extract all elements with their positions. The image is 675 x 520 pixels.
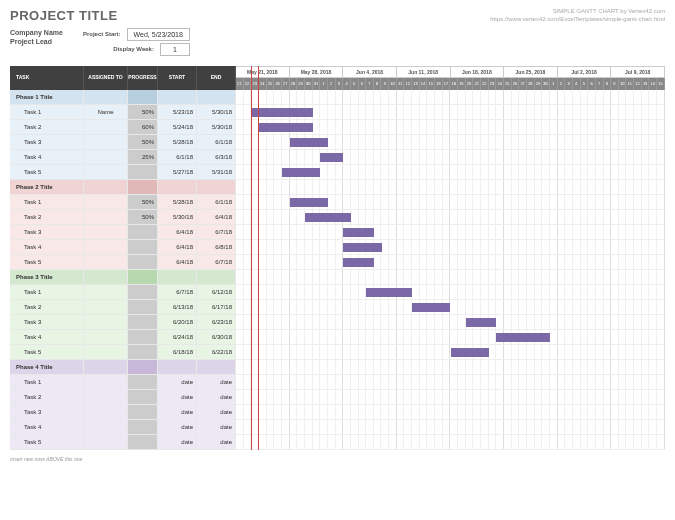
task-row[interactable]: Task 2datedate — [10, 390, 236, 405]
gantt-bar[interactable] — [259, 123, 313, 132]
task-start: 6/4/18 — [158, 225, 197, 239]
task-start: 6/18/18 — [158, 345, 197, 359]
task-assigned — [84, 285, 128, 299]
task-assigned — [84, 315, 128, 329]
gantt-bar[interactable] — [366, 288, 412, 297]
task-assigned — [84, 405, 128, 419]
day-cell: 13 — [642, 78, 650, 90]
attr-line2: https://www.vertex42.com/ExcelTemplates/… — [490, 16, 665, 24]
day-cell: 21 — [236, 78, 244, 90]
timeline: May 21, 2018May 28, 2018Jun 4, 2018Jun 1… — [236, 66, 665, 450]
gantt-bar[interactable] — [343, 243, 381, 252]
day-cell: 8 — [374, 78, 382, 90]
task-row[interactable]: Task 350%5/28/186/1/18 — [10, 135, 236, 150]
task-row[interactable]: Task 260%5/24/185/30/18 — [10, 120, 236, 135]
day-cell: 6 — [588, 78, 596, 90]
gantt-row — [236, 390, 665, 405]
today-marker — [251, 66, 259, 450]
task-table: TASK ASSIGNED TO PROGRESS START END Phas… — [10, 66, 236, 450]
task-name: Task 3 — [10, 405, 84, 419]
task-name: Task 1 — [10, 375, 84, 389]
task-progress — [128, 225, 158, 239]
task-start: 6/13/18 — [158, 300, 197, 314]
task-name: Task 4 — [10, 150, 84, 164]
day-cell: 4 — [573, 78, 581, 90]
task-row[interactable]: Task 250%5/30/186/4/18 — [10, 210, 236, 225]
phase-name: Phase 3 Title — [10, 270, 84, 284]
gantt-bar[interactable] — [343, 258, 374, 267]
task-end: 6/8/18 — [197, 240, 236, 254]
task-progress — [128, 300, 158, 314]
task-start: date — [158, 390, 197, 404]
task-end: 6/22/18 — [197, 345, 236, 359]
gantt-bar[interactable] — [305, 213, 351, 222]
task-start: 6/24/18 — [158, 330, 197, 344]
day-cell: 29 — [535, 78, 543, 90]
day-cell: 5 — [581, 78, 589, 90]
gantt-bar[interactable] — [290, 138, 328, 147]
gantt-bar[interactable] — [466, 318, 497, 327]
day-cell: 1 — [550, 78, 558, 90]
task-row[interactable]: Task 1Name50%5/23/185/30/18 — [10, 105, 236, 120]
task-start: date — [158, 420, 197, 434]
display-week-input[interactable]: 1 — [160, 43, 190, 56]
task-row[interactable]: Task 46/4/186/8/18 — [10, 240, 236, 255]
phase-header: Phase 3 Title — [10, 270, 236, 285]
task-row[interactable]: Task 150%5/28/186/1/18 — [10, 195, 236, 210]
task-start: 5/30/18 — [158, 210, 197, 224]
task-end: 6/17/18 — [197, 300, 236, 314]
task-row[interactable]: Task 5datedate — [10, 435, 236, 450]
task-row[interactable]: Task 4datedate — [10, 420, 236, 435]
task-row[interactable]: Task 3datedate — [10, 405, 236, 420]
gantt-bar[interactable] — [412, 303, 450, 312]
gantt-bar[interactable] — [343, 228, 374, 237]
gantt-row — [236, 120, 665, 135]
task-name: Task 3 — [10, 225, 84, 239]
task-row[interactable]: Task 1datedate — [10, 375, 236, 390]
gantt-bar[interactable] — [496, 333, 550, 342]
task-progress — [128, 375, 158, 389]
task-end: 6/30/18 — [197, 330, 236, 344]
task-start: 5/24/18 — [158, 120, 197, 134]
day-cell: 16 — [435, 78, 443, 90]
task-assigned — [84, 225, 128, 239]
task-row[interactable]: Task 36/20/186/23/18 — [10, 315, 236, 330]
day-cell: 22 — [244, 78, 252, 90]
gantt-bar[interactable] — [251, 108, 312, 117]
task-end: 6/4/18 — [197, 210, 236, 224]
task-row[interactable]: Task 56/4/186/7/18 — [10, 255, 236, 270]
gantt-bar[interactable] — [320, 153, 343, 162]
gantt-row — [236, 435, 665, 450]
phase-name: Phase 1 Title — [10, 90, 84, 104]
task-name: Task 4 — [10, 330, 84, 344]
task-row[interactable]: Task 425%6/1/186/3/18 — [10, 150, 236, 165]
task-row[interactable]: Task 36/4/186/7/18 — [10, 225, 236, 240]
project-start-input[interactable]: Wed, 5/23/2018 — [127, 28, 190, 41]
week-cell: Jun 18, 2018 — [451, 66, 505, 78]
gantt-row — [236, 270, 665, 285]
week-header: May 21, 2018May 28, 2018Jun 4, 2018Jun 1… — [236, 66, 665, 78]
task-end: 6/3/18 — [197, 150, 236, 164]
column-header: TASK ASSIGNED TO PROGRESS START END — [10, 66, 236, 90]
col-progress: PROGRESS — [128, 66, 158, 90]
task-name: Task 2 — [10, 390, 84, 404]
gantt-row — [236, 285, 665, 300]
day-cell: 1 — [320, 78, 328, 90]
task-start: date — [158, 405, 197, 419]
gantt-row — [236, 360, 665, 375]
task-row[interactable]: Task 56/18/186/22/18 — [10, 345, 236, 360]
task-row[interactable]: Task 46/24/186/30/18 — [10, 330, 236, 345]
gantt-bar[interactable] — [290, 198, 328, 207]
gantt-row — [236, 225, 665, 240]
task-progress — [128, 435, 158, 449]
task-name: Task 4 — [10, 420, 84, 434]
task-assigned — [84, 210, 128, 224]
gantt-bar[interactable] — [282, 168, 320, 177]
gantt-row — [236, 90, 665, 105]
task-row[interactable]: Task 26/13/186/17/18 — [10, 300, 236, 315]
task-row[interactable]: Task 16/7/186/12/18 — [10, 285, 236, 300]
task-progress — [128, 285, 158, 299]
task-row[interactable]: Task 55/27/185/31/18 — [10, 165, 236, 180]
gantt-bar[interactable] — [451, 348, 489, 357]
task-start: 6/1/18 — [158, 150, 197, 164]
